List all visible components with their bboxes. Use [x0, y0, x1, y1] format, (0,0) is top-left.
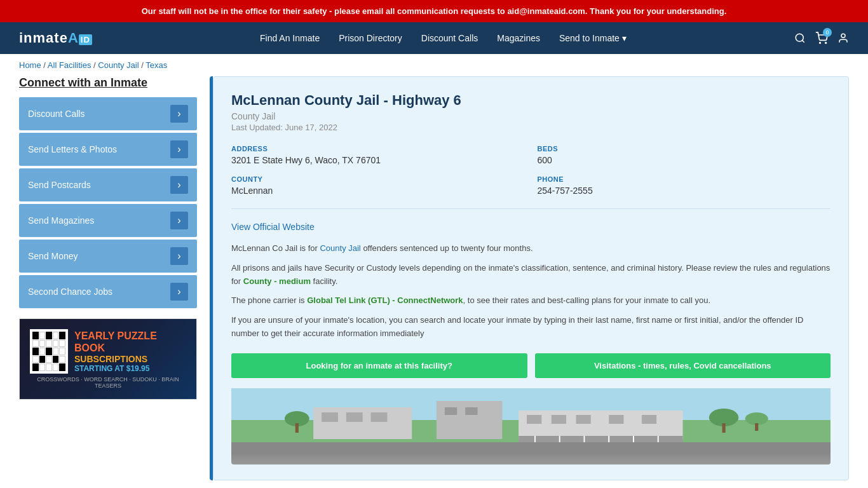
main-nav: Find An Inmate Prison Directory Discount… — [260, 33, 627, 43]
county-jail-link-1[interactable]: County Jail — [320, 243, 360, 253]
beds-value: 600 — [538, 155, 831, 165]
address-label: ADDRESS — [231, 145, 525, 152]
svg-rect-8 — [313, 407, 412, 439]
sidebar-item-second-chance-jobs[interactable]: Second Chance Jobs › — [19, 275, 197, 308]
chevron-right-icon-2: › — [170, 176, 188, 194]
svg-rect-22 — [295, 423, 299, 433]
left-accent — [210, 76, 213, 480]
phone-value: 254-757-2555 — [538, 186, 831, 196]
ad-inner: YEARLY PUZZLE BOOK SUBSCRIPTIONS STARTIN… — [20, 319, 196, 399]
ad-subtitle: SUBSCRIPTIONS — [74, 354, 186, 364]
facility-card-wrapper: McLennan County Jail - Highway 6 County … — [210, 76, 849, 480]
phone-block: PHONE 254-757-2555 — [538, 175, 831, 196]
chevron-right-icon-1: › — [170, 140, 188, 158]
svg-rect-20 — [642, 415, 656, 424]
nav-prison-directory[interactable]: Prison Directory — [339, 33, 402, 43]
svg-rect-17 — [552, 415, 566, 424]
facility-card: McLennan County Jail - Highway 6 County … — [213, 76, 849, 480]
sidebar-item-discount-calls[interactable]: Discount Calls › — [19, 97, 197, 130]
svg-rect-26 — [755, 423, 758, 431]
chevron-right-icon-5: › — [170, 283, 188, 301]
facility-name: McLennan County Jail - Highway 6 — [231, 92, 831, 109]
svg-point-4 — [841, 34, 845, 37]
logo-text: inmateAID — [19, 30, 92, 46]
user-icon — [837, 32, 849, 44]
svg-rect-15 — [519, 410, 682, 439]
sidebar-item-send-letters[interactable]: Send Letters & Photos › — [19, 133, 197, 166]
svg-rect-9 — [322, 412, 338, 422]
nav-magazines[interactable]: Magazines — [497, 33, 540, 43]
address-block: ADDRESS 3201 E State Hwy 6, Waco, TX 767… — [231, 145, 525, 165]
sidebar: Connect with an Inmate Discount Calls › … — [19, 76, 197, 480]
county-label: COUNTY — [231, 175, 525, 183]
county-medium-link[interactable]: County - medium — [243, 276, 311, 286]
action-buttons: Looking for an inmate at this facility? … — [231, 353, 831, 378]
logo[interactable]: inmateAID — [19, 30, 92, 46]
facility-type: County Jail — [231, 111, 831, 121]
breadcrumb-home[interactable]: Home — [19, 60, 41, 70]
svg-rect-19 — [609, 415, 623, 424]
svg-rect-10 — [346, 412, 363, 422]
sidebar-title: Connect with an Inmate — [19, 76, 197, 90]
svg-point-3 — [825, 43, 827, 44]
find-inmate-button[interactable]: Looking for an inmate at this facility? — [231, 353, 527, 378]
svg-rect-11 — [371, 412, 388, 422]
breadcrumb-all-facilities[interactable]: All Facilities — [48, 60, 92, 70]
breadcrumb-county-jail[interactable]: County Jail — [98, 60, 139, 70]
chevron-right-icon-4: › — [170, 247, 188, 265]
nav-discount-calls[interactable]: Discount Calls — [421, 33, 478, 43]
svg-rect-13 — [445, 407, 457, 415]
svg-point-2 — [820, 43, 821, 44]
svg-rect-16 — [527, 415, 541, 424]
address-value: 3201 E State Hwy 6, Waco, TX 76701 — [231, 155, 525, 165]
svg-rect-18 — [576, 415, 591, 424]
facility-image — [231, 388, 831, 464]
chevron-right-icon-3: › — [170, 212, 188, 229]
nav-find-inmate[interactable]: Find An Inmate — [260, 33, 320, 43]
facility-desc-4: If you are unsure of your inmate's locat… — [231, 314, 831, 341]
nav-send-to-inmate[interactable]: Send to Inmate ▾ — [559, 33, 627, 43]
search-button[interactable] — [794, 32, 806, 44]
ad-title: YEARLY PUZZLE BOOK — [74, 330, 186, 354]
info-grid: ADDRESS 3201 E State Hwy 6, Waco, TX 767… — [231, 145, 831, 209]
beds-label: BEDS — [538, 145, 831, 152]
official-website-link[interactable]: View Official Website — [231, 222, 315, 232]
svg-rect-12 — [437, 401, 502, 439]
visitations-button[interactable]: Visitations - times, rules, Covid cancel… — [535, 353, 831, 378]
breadcrumb-texas[interactable]: Texas — [146, 60, 167, 70]
beds-block: BEDS 600 — [538, 145, 831, 165]
ad-price: STARTING AT $19.95 — [74, 364, 186, 373]
svg-rect-24 — [722, 423, 725, 433]
main-content: McLennan County Jail - Highway 6 County … — [210, 76, 849, 480]
search-icon — [794, 32, 806, 44]
chevron-right-icon-0: › — [170, 105, 188, 123]
cart-wrapper[interactable]: 0 — [815, 32, 828, 44]
user-button[interactable] — [837, 32, 849, 44]
ad-description: CROSSWORDS · WORD SEARCH · SUDOKU · BRAI… — [30, 376, 186, 389]
breadcrumb: Home / All Facilities / County Jail / Te… — [0, 54, 868, 76]
cart-count: 0 — [823, 28, 832, 37]
header: inmateAID Find An Inmate Prison Director… — [0, 22, 868, 54]
facility-updated: Last Updated: June 17, 2022 — [231, 123, 831, 132]
gtl-link[interactable]: Global Tel Link (GTL) - ConnectNetwork — [307, 295, 463, 305]
county-value: McLennan — [231, 186, 525, 196]
header-icons: 0 — [794, 32, 849, 44]
county-block: COUNTY McLennan — [231, 175, 525, 196]
ad-banner[interactable]: YEARLY PUZZLE BOOK SUBSCRIPTIONS STARTIN… — [19, 318, 197, 400]
svg-line-1 — [802, 40, 804, 42]
svg-point-0 — [796, 34, 803, 41]
facility-desc-3: The phone carrier is Global Tel Link (GT… — [231, 294, 831, 308]
phone-label: PHONE — [538, 175, 831, 183]
sidebar-item-send-money[interactable]: Send Money › — [19, 240, 197, 273]
sidebar-item-send-postcards[interactable]: Send Postcards › — [19, 168, 197, 201]
svg-rect-14 — [465, 407, 477, 415]
main-container: Connect with an Inmate Discount Calls › … — [0, 76, 868, 488]
facility-desc-1: McLennan Co Jail is for County Jail offe… — [231, 242, 831, 255]
facility-desc-2: All prisons and jails have Security or C… — [231, 262, 831, 288]
alert-banner: Our staff will not be in the office for … — [0, 0, 868, 22]
sidebar-item-send-magazines[interactable]: Send Magazines › — [19, 204, 197, 237]
svg-rect-7 — [231, 442, 831, 452]
